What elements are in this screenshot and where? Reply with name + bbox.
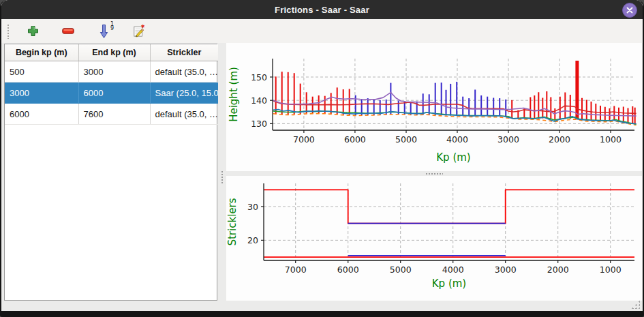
cell-strickler[interactable]: Saar (25.0, 15.0) — [150, 82, 218, 104]
resize-grip[interactable] — [631, 300, 640, 309]
titlebar[interactable]: Frictions - Saar - Saar — [1, 0, 643, 19]
svg-text:1000: 1000 — [600, 265, 622, 275]
edit-icon: ✱ — [133, 24, 145, 38]
svg-text:30: 30 — [247, 202, 258, 212]
svg-text:2000: 2000 — [549, 134, 570, 145]
cell-begin-kp[interactable]: 3000 — [5, 82, 78, 104]
svg-text:4000: 4000 — [446, 134, 468, 145]
svg-text:20: 20 — [247, 235, 258, 245]
splitter-grip-icon — [425, 172, 443, 175]
splitter-grip-icon — [221, 170, 223, 184]
svg-text:5000: 5000 — [395, 134, 417, 145]
frictions-table-panel: Begin kp (m) End kp (m) Strickler 500 30… — [4, 44, 217, 301]
sort-digits: 1 9 — [110, 22, 114, 31]
svg-text:6000: 6000 — [344, 134, 366, 145]
plus-icon — [27, 25, 39, 37]
cell-end-kp[interactable]: 7600 — [78, 104, 150, 125]
svg-text:4000: 4000 — [442, 265, 464, 275]
cell-begin-kp[interactable]: 6000 — [5, 104, 78, 125]
toolbar-drag-handle[interactable] — [7, 24, 10, 39]
svg-text:Stricklers: Stricklers — [226, 198, 239, 245]
svg-text:130: 130 — [251, 119, 267, 129]
main-content: Begin kp (m) End kp (m) Strickler 500 30… — [1, 43, 643, 311]
svg-text:140: 140 — [251, 95, 267, 106]
add-row-button[interactable] — [22, 22, 43, 41]
cell-strickler[interactable]: default (35.0, … — [150, 104, 218, 125]
table-row[interactable]: 500 3000 default (35.0, … — [5, 61, 218, 82]
table-row[interactable]: 3000 6000 Saar (25.0, 15.0) — [5, 82, 218, 104]
window-frame: Frictions - Saar - Saar — [1, 0, 643, 311]
svg-text:3000: 3000 — [497, 134, 519, 145]
svg-text:2000: 2000 — [547, 265, 569, 275]
height-profile-chart[interactable]: 7000600050004000300020001000130140150Kp … — [226, 43, 642, 171]
svg-text:1000: 1000 — [600, 134, 622, 145]
sort-rows-button[interactable]: 1 9 — [93, 22, 114, 41]
table-row[interactable]: 6000 7600 default (35.0, … — [5, 104, 218, 125]
stricklers-chart[interactable]: 70006000500040003000200010002030Kp (m)St… — [226, 176, 642, 301]
frictions-table: Begin kp (m) End kp (m) Strickler 500 30… — [5, 44, 218, 125]
vertical-splitter[interactable] — [217, 43, 226, 311]
svg-text:5000: 5000 — [390, 265, 412, 275]
svg-text:3000: 3000 — [495, 265, 517, 275]
column-header-strickler[interactable]: Strickler — [150, 44, 218, 61]
stricklers-chart-panel: 70006000500040003000200010002030Kp (m)St… — [226, 176, 642, 301]
horizontal-splitter[interactable] — [226, 171, 642, 176]
svg-text:7000: 7000 — [293, 134, 315, 145]
table-header-row: Begin kp (m) End kp (m) Strickler — [5, 44, 218, 61]
cell-strickler[interactable]: default (35.0, … — [150, 61, 218, 82]
window-title: Frictions - Saar - Saar — [275, 5, 369, 15]
minus-icon — [62, 28, 74, 34]
cell-end-kp[interactable]: 6000 — [78, 82, 150, 104]
svg-text:6000: 6000 — [337, 265, 359, 275]
column-header-begin-kp[interactable]: Begin kp (m) — [5, 44, 78, 61]
cell-begin-kp[interactable]: 500 — [5, 61, 78, 82]
svg-text:7000: 7000 — [285, 265, 307, 275]
sort-arrow-icon — [99, 24, 108, 39]
svg-text:✱: ✱ — [141, 24, 145, 29]
close-icon — [626, 7, 633, 14]
column-header-end-kp[interactable]: End kp (m) — [78, 44, 150, 61]
svg-text:Height (m): Height (m) — [228, 67, 240, 122]
edit-friction-button[interactable]: ✱ — [129, 22, 149, 41]
height-profile-chart-panel: 7000600050004000300020001000130140150Kp … — [226, 43, 642, 171]
svg-text:Kp (m): Kp (m) — [436, 151, 470, 164]
frictions-window: Frictions - Saar - Saar — [0, 0, 644, 317]
remove-row-button[interactable] — [58, 22, 78, 41]
svg-text:Kp (m): Kp (m) — [432, 277, 466, 290]
toolbar: 1 9 ✱ — [1, 19, 643, 44]
svg-text:150: 150 — [251, 72, 267, 82]
cell-end-kp[interactable]: 3000 — [78, 61, 150, 82]
close-button[interactable] — [622, 3, 637, 18]
